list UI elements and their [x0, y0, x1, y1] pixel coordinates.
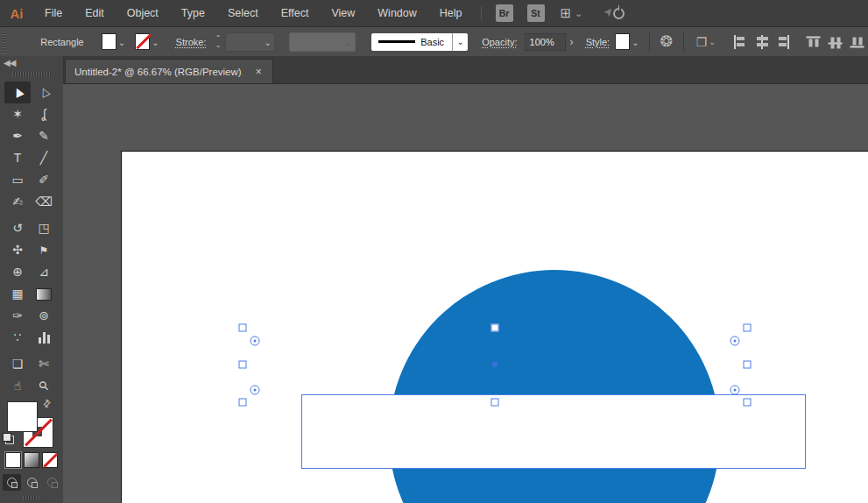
width-profile-chevron[interactable]: ⌄ [452, 33, 468, 51]
isolate-selection-button[interactable]: ❐ ⌄ [696, 35, 716, 49]
puppet-warp-tool[interactable]: ⚑ [31, 239, 57, 261]
selection-handle-middle-left[interactable] [239, 361, 247, 369]
graphic-style-swatch[interactable] [615, 33, 630, 50]
artboard-tool[interactable]: ❏ [4, 353, 31, 375]
rectangle-tool[interactable]: ▭ [4, 169, 31, 191]
selection-handle-top-right[interactable] [744, 324, 752, 332]
fill-indicator-swatch[interactable] [7, 401, 38, 432]
panel-drag-grip[interactable] [12, 72, 51, 77]
fill-color-swatch[interactable] [102, 33, 116, 50]
eraser-tool[interactable]: ⌫ [31, 191, 57, 213]
gpu-performance-icon[interactable]: ➤ [603, 4, 626, 23]
stroke-chevron-icon[interactable]: ⌄ [150, 37, 161, 47]
type-tool[interactable]: T [4, 147, 31, 169]
stroke-weight-stepper[interactable]: ⌃ ⌄ [213, 33, 223, 51]
opacity-label[interactable]: Opacity: [482, 37, 517, 47]
gradient-button[interactable] [24, 452, 39, 468]
fill-stroke-indicator: ⇄ [0, 398, 63, 452]
menu-object[interactable]: Object [116, 1, 170, 26]
control-bar-grip[interactable] [2, 31, 7, 53]
shape-builder-tool[interactable]: ⊕ [4, 261, 31, 283]
shaper-tool[interactable]: ✍ [4, 191, 31, 213]
selection-handle-top-center[interactable] [491, 324, 499, 332]
blend-tool[interactable]: ⊚ [31, 305, 57, 327]
stepper-down-icon[interactable]: ⌄ [215, 42, 222, 49]
power-stem-icon [618, 5, 621, 11]
menu-edit[interactable]: Edit [74, 1, 116, 26]
paintbrush-tool[interactable]: ✐ [31, 169, 57, 191]
pen-tool[interactable]: ✒ [4, 125, 31, 147]
symbol-sprayer-tool[interactable]: ∵ [4, 327, 31, 349]
canvas-pasteboard[interactable] [63, 84, 868, 503]
align-horizontal-right-icon[interactable] [777, 35, 790, 49]
default-fill-stroke-icon[interactable] [3, 433, 14, 444]
fill-chevron-icon[interactable]: ⌄ [116, 37, 128, 47]
menu-select[interactable]: Select [216, 1, 270, 26]
opacity-chevron-icon[interactable]: › [566, 33, 576, 51]
close-icon[interactable]: × [254, 66, 264, 78]
curvature-tool[interactable]: ✎ [31, 125, 57, 147]
eyedropper-tool[interactable]: ✑ [4, 305, 31, 327]
rotate-tool[interactable]: ↺ [4, 217, 31, 239]
swap-fill-stroke-icon[interactable]: ⇄ [40, 397, 54, 411]
none-button[interactable] [42, 452, 58, 468]
perspective-grid-tool[interactable]: ⊿ [31, 261, 57, 283]
draw-behind-button[interactable] [23, 474, 41, 491]
align-horizontal-center-icon[interactable] [755, 35, 768, 49]
style-chevron-icon[interactable]: ⌄ [630, 37, 641, 47]
menu-view[interactable]: View [320, 1, 366, 26]
draw-normal-icon [7, 478, 18, 488]
selection-handle-top-left[interactable] [239, 324, 247, 332]
menu-help[interactable]: Help [428, 1, 474, 26]
selection-handle-bottom-left[interactable] [239, 399, 247, 407]
variable-width-profile-dropdown[interactable]: Basic ⌄ [371, 33, 468, 51]
selection-handle-bottom-center[interactable] [491, 399, 499, 407]
zoom-tool[interactable]: ⚲ [31, 375, 57, 397]
stroke-weight-dropdown[interactable]: ⌄ [225, 32, 275, 52]
brush-definition-dropdown: ⌄ [289, 32, 356, 52]
menu-file[interactable]: File [33, 1, 74, 26]
slice-tool[interactable]: ✄ [31, 353, 57, 375]
corner-radius-widget-bottom-left[interactable] [251, 386, 260, 395]
bridge-button[interactable]: Br [496, 4, 513, 22]
scale-tool[interactable]: ◳ [31, 217, 57, 239]
selection-handle-bottom-right[interactable] [744, 399, 752, 407]
menu-effect[interactable]: Effect [270, 1, 321, 26]
style-label[interactable]: Style: [586, 37, 610, 47]
selection-tool[interactable]: ▶ [4, 81, 31, 103]
stroke-weight-label[interactable]: Stroke: [176, 37, 207, 47]
menu-window[interactable]: Window [366, 1, 427, 26]
corner-radius-widget-bottom-right[interactable] [730, 386, 740, 395]
selection-center-point[interactable] [492, 362, 498, 367]
direct-selection-tool[interactable]: ▷ [31, 81, 57, 103]
corner-radius-widget-top-right[interactable] [730, 337, 740, 346]
selected-rectangle-shape[interactable] [301, 394, 806, 469]
width-tool[interactable]: ✣ [4, 239, 31, 261]
align-vertical-bottom-icon[interactable] [850, 35, 864, 48]
hand-tool[interactable]: ☝ [4, 375, 31, 397]
gradient-tool[interactable] [31, 283, 57, 305]
stock-button[interactable]: St [527, 4, 545, 22]
draw-inside-button[interactable] [43, 474, 61, 491]
align-vertical-center-icon[interactable] [828, 35, 842, 48]
recolor-artwork-icon[interactable]: ❂ [660, 32, 672, 51]
align-horizontal-left-icon[interactable] [733, 35, 746, 49]
magic-wand-tool[interactable]: ✶ [4, 103, 31, 125]
stroke-color-swatch[interactable] [135, 33, 150, 50]
draw-normal-button[interactable] [3, 474, 21, 491]
menu-type[interactable]: Type [170, 1, 216, 26]
mesh-tool[interactable]: ▦ [4, 283, 31, 305]
panel-bottom-grip[interactable] [23, 496, 40, 500]
collapse-panel-icon[interactable]: ◀◀ [4, 58, 15, 67]
line-segment-tool[interactable]: ╱ [31, 147, 57, 169]
opacity-input[interactable]: 100% [525, 33, 567, 51]
document-tab[interactable]: Untitled-2* @ 66.67% (RGB/Preview) × [65, 59, 273, 83]
column-graph-tool[interactable] [31, 327, 57, 349]
lasso-tool[interactable]: ʆ [31, 103, 57, 125]
align-vertical-top-icon[interactable] [806, 35, 820, 48]
color-button[interactable] [5, 452, 21, 468]
workspace-switcher-button[interactable]: ⊞ ⌄ [561, 5, 583, 21]
width-profile-field[interactable]: Basic [371, 33, 452, 51]
selection-handle-middle-right[interactable] [744, 361, 752, 369]
corner-radius-widget-top-left[interactable] [251, 337, 260, 346]
